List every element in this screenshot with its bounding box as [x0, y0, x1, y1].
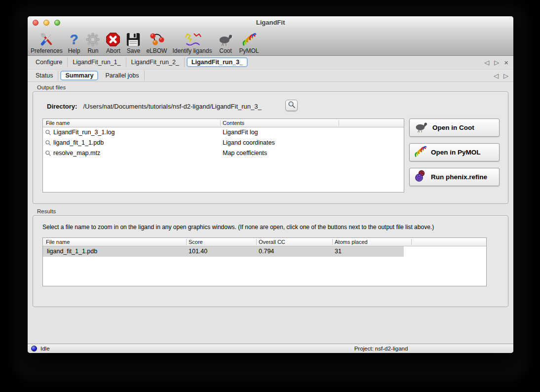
toolbar-button-save[interactable]: Save — [126, 31, 141, 54]
result-row-selected[interactable]: ligand_fit_1_1.pdb 101.40 0.794 31 — [43, 246, 486, 257]
open-in-coot-button[interactable]: Open in Coot — [409, 118, 500, 137]
search-icon — [45, 129, 51, 138]
browse-directory-button[interactable] — [285, 100, 298, 111]
toolbar-button-label: eLBOW — [146, 47, 167, 54]
toolbar-button-run[interactable]: Run — [85, 31, 100, 54]
run-gear-icon — [85, 31, 100, 47]
button-label: Run phenix.refine — [431, 173, 487, 181]
toolbar-button-label: PyMOL — [239, 47, 259, 54]
output-files-table-header: File name Contents — [43, 119, 404, 127]
results-section-label: Results — [37, 208, 508, 214]
save-icon — [126, 31, 141, 47]
project-label: Project: nsf-d2-ligand — [324, 346, 438, 352]
toolbar-button-label: Coot — [219, 47, 231, 54]
results-table-header: File name Score Overall CC Atoms placed — [43, 238, 486, 246]
subtab-nav-controls: ◁ ▷ — [494, 72, 513, 79]
toolbar: Preferences ? Help — [28, 29, 513, 56]
column-divider[interactable] — [339, 120, 339, 126]
toolbar-button-label: Preferences — [31, 47, 63, 54]
status-text: Idle — [40, 346, 50, 352]
window-titlebar[interactable]: LigandFit — [28, 16, 513, 29]
subtab-prev-arrow-icon[interactable]: ◁ — [494, 72, 499, 79]
status-bar: Idle Project: nsf-d2-ligand — [28, 344, 513, 353]
column-header-file-name: File name — [46, 120, 70, 126]
identify-ligands-icon — [182, 31, 202, 47]
file-row-mtz[interactable]: resolve_map.mtz Map coefficients — [43, 148, 404, 158]
elbow-molecule-icon — [149, 31, 164, 47]
toolbar-button-help[interactable]: ? Help — [68, 31, 80, 54]
column-divider[interactable] — [332, 239, 333, 245]
tab-status[interactable]: Status — [31, 71, 58, 80]
result-overall-cc: 0.794 — [259, 248, 274, 255]
column-header-score: Score — [189, 239, 203, 245]
toolbar-button-elbow[interactable]: eLBOW — [146, 31, 167, 54]
toolbar-button-pymol[interactable]: PyMOL — [239, 31, 259, 54]
column-divider[interactable] — [220, 120, 221, 126]
toolbar-button-abort[interactable]: Abort — [106, 31, 120, 54]
tab-next-arrow-icon[interactable]: ▷ — [494, 59, 499, 66]
column-header-overall-cc: Overall CC — [259, 239, 285, 245]
file-contents: LigandFit log — [223, 129, 258, 136]
file-name: resolve_map.mtz — [53, 150, 100, 157]
button-label: Open in PyMOL — [431, 149, 481, 156]
help-icon: ? — [70, 31, 78, 47]
tab-ligandfit-run-3[interactable]: LigandFit_run_3_ — [187, 57, 248, 67]
view-tab-bar: Status Summary Parallel jobs ◁ ▷ — [28, 70, 513, 82]
output-actions: Open in Coot Open in PyMO — [409, 118, 500, 193]
column-header-file-name: File name — [46, 239, 70, 245]
results-table: File name Score Overall CC Atoms placed … — [42, 237, 487, 286]
file-name: LigandFit_run_3_1.log — [53, 129, 115, 136]
tab-configure[interactable]: Configure — [31, 57, 68, 67]
directory-row: Directory: /Users/nat/Documents/tutorial… — [47, 103, 262, 110]
toolbar-button-label: Run — [87, 47, 98, 54]
phenix-refine-icon — [414, 169, 427, 185]
search-icon — [288, 101, 296, 110]
run-phenix-refine-button[interactable]: Run phenix.refine — [409, 168, 500, 186]
subtab-next-arrow-icon[interactable]: ▷ — [503, 72, 508, 79]
abort-icon — [106, 31, 120, 47]
toolbar-button-coot[interactable]: Coot — [217, 31, 233, 54]
results-instruction-text: Select a file name to zoom in on the lig… — [42, 224, 501, 231]
toolbar-button-label: Identify ligands — [172, 47, 212, 54]
result-file-name: ligand_fit_1_1.pdb — [47, 248, 97, 255]
column-header-contents: Contents — [223, 120, 244, 126]
button-label: Open in Coot — [432, 124, 474, 131]
file-name: ligand_fit_1_1.pdb — [53, 139, 104, 146]
tab-parallel-jobs[interactable]: Parallel jobs — [100, 71, 144, 80]
directory-path: /Users/nat/Documents/tutorials/nsf-d2-li… — [83, 103, 261, 110]
toolbar-button-label: Help — [68, 47, 80, 54]
tab-ligandfit-run-1[interactable]: LigandFit_run_1_ — [68, 57, 126, 67]
output-files-groupbox: Directory: /Users/nat/Documents/tutorial… — [33, 91, 508, 204]
summary-panel: Output files Directory: /Users/nat/Docum… — [28, 82, 513, 344]
column-header-atoms-placed: Atoms placed — [335, 239, 368, 245]
output-files-table: File name Contents LigandFit_run_3_1.log… — [42, 118, 404, 193]
toolbar-button-preferences[interactable]: Preferences — [31, 31, 63, 54]
app-window: LigandFit Preferences ? Help — [28, 16, 513, 353]
directory-label: Directory: — [47, 103, 77, 110]
tab-ligandfit-run-2[interactable]: LigandFit_run_2_ — [126, 57, 185, 67]
tab-close-icon[interactable]: × — [504, 59, 508, 66]
tab-summary[interactable]: Summary — [60, 71, 98, 80]
column-divider[interactable] — [411, 239, 412, 245]
coot-bird-icon — [217, 31, 233, 47]
tab-prev-arrow-icon[interactable]: ◁ — [484, 59, 489, 66]
preferences-icon — [39, 31, 54, 47]
search-icon — [45, 150, 51, 158]
toolbar-button-identify-ligands[interactable]: Identify ligands — [172, 31, 212, 54]
file-row-pdb[interactable]: ligand_fit_1_1.pdb Ligand coordinates — [43, 138, 404, 148]
window-title: LigandFit — [28, 19, 513, 26]
toolbar-button-label: Save — [127, 47, 140, 54]
coot-bird-icon — [414, 120, 428, 135]
tab-nav-controls: ◁ ▷ × — [484, 59, 513, 66]
file-row-log[interactable]: LigandFit_run_3_1.log LigandFit log — [43, 127, 404, 138]
desktop-background: LigandFit Preferences ? Help — [0, 0, 540, 392]
file-contents: Map coefficients — [223, 150, 267, 157]
column-divider[interactable] — [256, 239, 257, 245]
result-atoms-placed: 31 — [335, 248, 342, 255]
pymol-ribbon-icon — [241, 31, 257, 47]
column-divider[interactable] — [186, 239, 187, 245]
search-icon — [45, 139, 51, 148]
open-in-pymol-button[interactable]: Open in PyMOL — [409, 143, 500, 161]
output-files-section-label: Output files — [37, 84, 508, 90]
results-groupbox: Select a file name to zoom in on the lig… — [33, 215, 508, 307]
